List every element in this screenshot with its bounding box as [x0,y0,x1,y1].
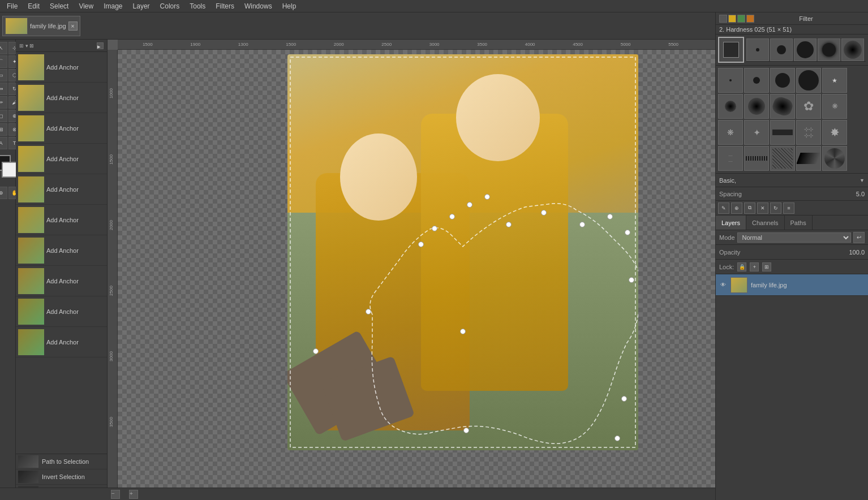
brush-cell[interactable]: ✦ [744,120,769,145]
list-item[interactable]: Add Anchor [16,266,107,296]
list-item[interactable]: Add Anchor [16,113,107,144]
brush-cell[interactable] [822,146,847,171]
layer-visibility-icon[interactable]: 👁 [719,281,727,289]
list-item[interactable]: Add Anchor [16,144,107,174]
zoom-out-button[interactable]: − [111,490,120,499]
tool-zoom[interactable]: ⊕ [0,187,7,199]
tool-pencil[interactable]: ✏ [0,96,7,109]
tool-measure[interactable]: A [0,137,7,149]
menu-windows[interactable]: Windows [240,1,277,11]
brush-cell[interactable]: ⁕ [822,94,847,119]
brush-delete-button[interactable]: ✕ [757,202,768,214]
menu-view[interactable]: View [74,1,98,11]
anchor-point[interactable] [541,210,547,215]
menu-layer[interactable]: Layer [128,1,154,11]
brush-cell[interactable] [770,94,795,119]
brush-cell[interactable] [794,38,817,61]
anchor-point[interactable] [607,214,613,219]
restore-button[interactable] [728,15,736,23]
lock-move-button[interactable]: + [750,262,759,271]
brush-duplicate-button[interactable]: ⧉ [744,202,755,214]
brush-cell[interactable] [796,68,821,93]
anchor-point[interactable] [615,436,620,441]
menu-help[interactable]: Help [278,1,301,11]
brush-cell[interactable] [744,146,769,171]
anchor-point[interactable] [621,396,627,402]
brush-cell[interactable] [718,68,743,93]
tool-eraser[interactable]: ◻ [0,110,7,122]
anchor-point[interactable] [506,222,512,227]
layer-item[interactable]: 👁 family life.jpg [716,274,868,296]
brush-refresh-button[interactable]: ↻ [770,202,781,214]
panel-expand-button[interactable]: ▸ [97,42,104,49]
list-item[interactable]: Add Anchor [16,52,107,83]
brush-type-dropdown[interactable]: ▼ [860,178,865,183]
canvas-content[interactable] [118,50,715,488]
brush-cell[interactable] [744,68,769,93]
tab-paths[interactable]: Paths [785,215,813,230]
menu-tools[interactable]: Tools [185,1,210,11]
invert-selection-button[interactable]: Invert Selection [16,469,107,485]
menu-edit[interactable]: Edit [23,1,44,11]
list-item[interactable]: Add Anchor [16,327,107,357]
tab-layers[interactable]: Layers [716,215,746,230]
tool-lasso[interactable]: ⌒ [0,55,7,68]
close-button[interactable] [746,15,754,23]
brush-cell[interactable] [770,38,793,61]
anchor-point[interactable] [418,242,424,247]
tab-channels[interactable]: Channels [746,215,784,230]
anchor-point[interactable] [366,309,371,314]
zoom-in-button[interactable]: + [129,490,138,499]
anchor-point[interactable] [463,428,469,433]
tool-rect-select[interactable]: ▭ [0,69,7,81]
mode-select[interactable]: Normal [737,232,851,243]
lock-paint-button[interactable]: 🔒 [737,262,746,271]
brush-new-button[interactable]: ⊕ [731,202,742,214]
tool-arrow[interactable]: ↖ [0,42,7,54]
anchor-point[interactable] [313,348,319,354]
tool-heal[interactable]: ⊞ [0,123,7,136]
path-to-selection-button[interactable]: Path to Selection [16,454,107,469]
close-image-button[interactable]: × [68,21,78,31]
brush-cell[interactable] [718,94,743,119]
menu-select[interactable]: Select [45,1,73,11]
menu-colors[interactable]: Colors [156,1,184,11]
brush-cell[interactable]: ★ [822,68,847,93]
background-color[interactable] [2,162,18,178]
brush-cell[interactable] [818,38,840,61]
brush-cell[interactable]: ⊹⊹⊹⊹ [796,120,821,145]
anchor-point[interactable] [432,226,437,231]
anchor-point[interactable] [460,329,466,334]
brush-cell[interactable]: ······ [718,146,743,171]
brush-cell[interactable] [770,68,795,93]
undo-button[interactable]: ↩ [853,232,865,243]
brush-cell[interactable] [746,38,769,61]
list-item[interactable]: Add Anchor [16,174,107,205]
brush-cell[interactable]: ✸ [822,120,847,145]
menu-filters[interactable]: Filters [211,1,239,11]
tool-scale[interactable]: ⇔ [0,83,7,95]
brush-cell[interactable] [770,120,795,145]
anchor-point[interactable] [467,202,472,208]
brush-cell[interactable] [841,38,864,61]
brush-cell[interactable]: ✿ [796,94,821,119]
anchor-point[interactable] [484,194,490,200]
lock-all-button[interactable]: ⊞ [762,262,771,271]
brush-cell[interactable] [744,94,769,119]
menu-image[interactable]: Image [99,1,127,11]
list-item[interactable]: Add Anchor [16,296,107,327]
brush-cell[interactable] [796,146,821,171]
anchor-point[interactable] [625,230,630,235]
list-item[interactable]: Add Anchor [16,235,107,266]
menu-file[interactable]: File [2,1,22,11]
anchor-point[interactable] [629,277,634,283]
minimize-button[interactable] [719,15,727,23]
list-item[interactable]: Add Anchor [16,205,107,235]
brush-edit-button[interactable]: ✎ [718,202,729,214]
list-item[interactable]: Add Anchor [16,83,107,113]
maximize-button[interactable] [737,15,745,23]
anchor-point[interactable] [449,214,455,219]
anchor-point[interactable] [579,222,585,227]
brush-cell[interactable]: ❋ [718,120,743,145]
brush-cell[interactable] [770,146,795,171]
